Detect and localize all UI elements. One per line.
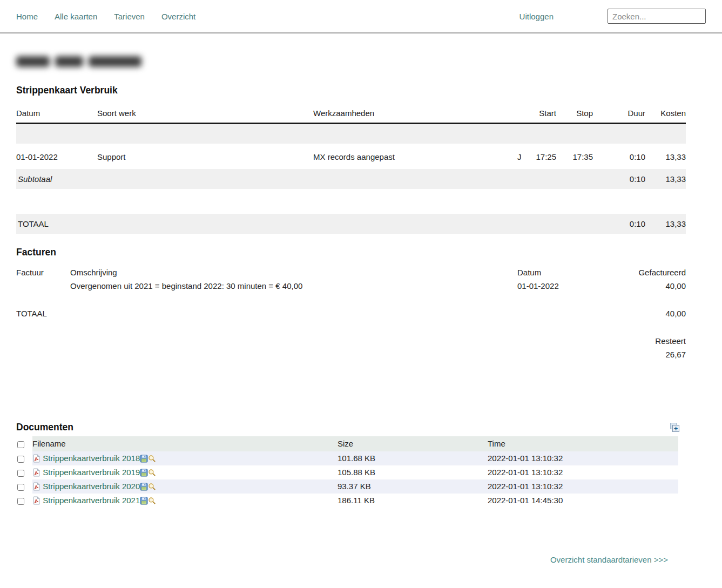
- documenten-title: Documenten: [16, 422, 73, 433]
- usage-kosten: 13,33: [645, 148, 686, 166]
- select-all-checkbox[interactable]: [17, 441, 24, 448]
- top-navigation: Home Alle kaarten Tarieven Overzicht Uit…: [0, 0, 722, 33]
- factuur-omschrijving: Overgenomen uit 2021 = beginstand 2022: …: [70, 279, 517, 293]
- pdf-icon: [32, 496, 41, 505]
- row-checkbox[interactable]: [17, 498, 24, 505]
- subtotal-label: Subtotaal: [16, 169, 593, 189]
- nav-item-tarieven[interactable]: Tarieven: [114, 12, 145, 21]
- redacted-text-blob: [16, 56, 50, 67]
- plus-icon: +: [672, 425, 679, 432]
- total-label: TOTAAL: [16, 214, 593, 234]
- documenten-table: Filename Size Time Strippenkaartverbruik…: [16, 436, 678, 508]
- main-content: Strippenkaart Verbruik Datum Soort werk …: [0, 51, 722, 564]
- usage-flag: J: [517, 148, 534, 166]
- facturen-header-row: Factuur Omschrijving Datum Gefactureerd: [16, 266, 686, 279]
- facturen-total-value: 40,00: [615, 307, 686, 320]
- row-checkbox[interactable]: [17, 484, 24, 491]
- pdf-icon: [32, 454, 41, 463]
- usage-datum: 01-01-2022: [16, 148, 97, 166]
- search-input[interactable]: [608, 9, 706, 24]
- footer-link-row: Overzicht standaardtarieven >>>: [16, 555, 668, 564]
- pdf-icon: [32, 468, 41, 477]
- facturen-table: Factuur Omschrijving Datum Gefactureerd …: [16, 266, 686, 361]
- factuur-gefactureerd: 40,00: [615, 279, 686, 293]
- documenten-header-row: Documenten +: [16, 422, 679, 433]
- total-row: TOTAAL 0:10 13,33: [16, 214, 686, 234]
- document-time: 2022-01-01 13:10:32: [488, 465, 678, 479]
- redacted-text-blob: [55, 56, 83, 67]
- document-row: Strippenkaartverbruik 2019 105.88 KB 202…: [16, 465, 678, 479]
- col-kosten: Kosten: [645, 105, 686, 124]
- document-row: Strippenkaartverbruik 2021 186.11 KB 202…: [16, 494, 678, 508]
- document-time: 2022-01-01 13:10:32: [488, 451, 678, 465]
- save-icon[interactable]: [140, 468, 148, 477]
- col-omschrijving: Omschrijving: [70, 266, 517, 279]
- spacer: [16, 320, 686, 334]
- usage-duur: 0:10: [593, 148, 645, 166]
- magnifier-icon[interactable]: [148, 468, 156, 477]
- total-duur: 0:10: [593, 214, 645, 234]
- factuur-row: Overgenomen uit 2021 = beginstand 2022: …: [16, 279, 686, 293]
- document-link[interactable]: Strippenkaartverbruik 2019: [43, 468, 140, 477]
- resteert-value-row: 26,67: [16, 348, 686, 361]
- col-duur: Duur: [593, 105, 645, 124]
- col-soort-werk: Soort werk: [97, 105, 313, 124]
- standaardtarieven-link[interactable]: Overzicht standaardtarieven >>>: [550, 555, 668, 564]
- document-row: Strippenkaartverbruik 2018 101.68 KB 202…: [16, 451, 678, 465]
- document-size: 105.88 KB: [338, 465, 488, 479]
- col-datum: Datum: [16, 105, 97, 124]
- facturen-total-label: TOTAAL: [16, 307, 615, 320]
- col-filename: Filename: [32, 436, 338, 451]
- row-checkbox[interactable]: [17, 456, 24, 463]
- save-icon[interactable]: [140, 482, 148, 491]
- resteert-label-row: Resteert: [16, 334, 686, 348]
- save-icon[interactable]: [140, 454, 148, 463]
- save-icon[interactable]: [140, 496, 148, 505]
- spacer: [16, 189, 686, 214]
- document-link[interactable]: Strippenkaartverbruik 2020: [43, 482, 140, 491]
- document-link[interactable]: Strippenkaartverbruik 2021: [43, 496, 140, 505]
- col-stop: Stop: [556, 105, 593, 124]
- col-gefactureerd: Gefactureerd: [615, 266, 686, 279]
- col-size: Size: [338, 436, 488, 451]
- redacted-card-title: [16, 51, 157, 72]
- facturen-total-row: TOTAAL 40,00: [16, 307, 686, 320]
- strippenkaart-header-row: Datum Soort werk Werkzaamheden Start Sto…: [16, 105, 686, 124]
- total-kosten: 13,33: [645, 214, 686, 234]
- resteert-label: Resteert: [615, 334, 686, 348]
- nav-item-alle-kaarten[interactable]: Alle kaarten: [55, 12, 97, 21]
- spacer: [16, 144, 686, 148]
- document-size: 93.37 KB: [338, 479, 488, 494]
- spacer: [16, 293, 686, 307]
- subtotal-kosten: 13,33: [645, 169, 686, 189]
- nav-item-home[interactable]: Home: [16, 12, 38, 21]
- usage-soort-werk: Support: [97, 148, 313, 166]
- magnifier-icon[interactable]: [148, 454, 156, 463]
- document-size: 101.68 KB: [338, 451, 488, 465]
- col-time: Time: [488, 436, 678, 451]
- usage-start: 17:25: [534, 148, 556, 166]
- magnifier-icon[interactable]: [148, 482, 156, 491]
- strippenkaart-table: Datum Soort werk Werkzaamheden Start Sto…: [16, 105, 686, 234]
- documenten-table-header: Filename Size Time: [16, 436, 678, 451]
- document-time: 2022-01-01 14:45:30: [488, 494, 678, 508]
- strippenkaart-title: Strippenkaart Verbruik: [16, 85, 722, 96]
- usage-row: 01-01-2022 Support MX records aangepast …: [16, 148, 686, 166]
- subtotal-duur: 0:10: [593, 169, 645, 189]
- document-link[interactable]: Strippenkaartverbruik 2018: [43, 454, 140, 463]
- factuur-nr: [16, 279, 70, 293]
- facturen-title: Facturen: [16, 247, 722, 258]
- resteert-value: 26,67: [615, 348, 686, 361]
- factuur-datum: 01-01-2022: [517, 279, 615, 293]
- empty-band-row: [16, 124, 686, 144]
- col-werkzaamheden: Werkzaamheden: [313, 105, 517, 124]
- logout-link[interactable]: Uitloggen: [519, 12, 554, 21]
- row-checkbox[interactable]: [17, 470, 24, 477]
- col-factuur-datum: Datum: [517, 266, 615, 279]
- select-all-cell: [16, 436, 32, 451]
- nav-item-overzicht[interactable]: Overzicht: [161, 12, 195, 21]
- document-time: 2022-01-01 13:10:32: [488, 479, 678, 494]
- magnifier-icon[interactable]: [148, 496, 156, 505]
- expand-table-icon[interactable]: +: [670, 423, 679, 432]
- usage-werkzaamheden: MX records aangepast: [313, 148, 517, 166]
